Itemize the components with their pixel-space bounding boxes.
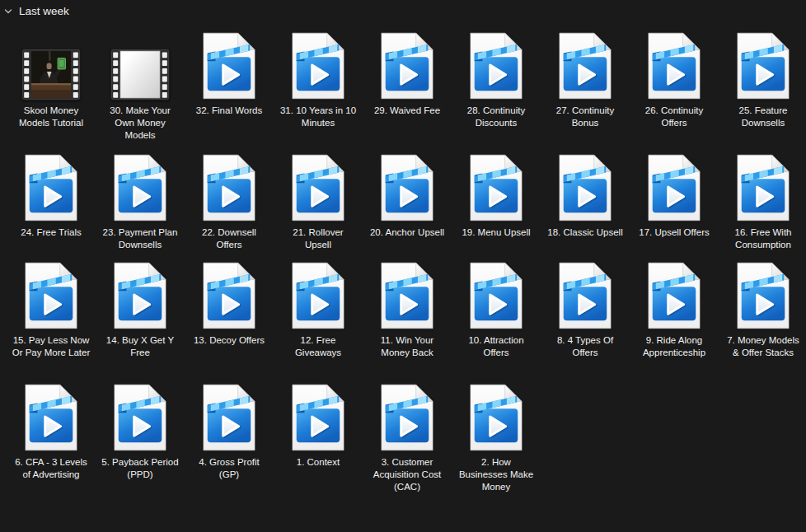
video-file-icon	[378, 383, 436, 452]
file-item[interactable]: 20. Anchor Upsell	[363, 153, 452, 251]
filmstrip-thumbnail-photo	[21, 49, 81, 100]
file-grid: Skool Money Models Tutorial	[0, 0, 806, 532]
file-icon-area	[111, 383, 169, 452]
video-file-icon	[467, 153, 525, 222]
file-label: 32. Final Words	[190, 105, 269, 117]
file-item[interactable]: 18. Classic Upsell	[541, 153, 630, 251]
file-item[interactable]: 22. Downsell Offers	[185, 153, 274, 251]
file-label: 26. Continuity Offers	[635, 105, 714, 129]
file-icon-area	[467, 31, 525, 100]
video-file-icon	[200, 383, 258, 452]
file-label: 23. Payment Plan Downsells	[101, 226, 180, 251]
file-label: 24. Free Trials	[12, 226, 91, 239]
file-item[interactable]: 29. Waived Fee	[363, 31, 452, 142]
file-icon-area	[22, 383, 80, 452]
video-file-icon	[734, 31, 792, 100]
file-item[interactable]: 23. Payment Plan Downsells	[96, 153, 185, 251]
file-label: 9. Ride Along Apprenticeship	[635, 334, 714, 359]
file-label: 1. Context	[279, 456, 358, 469]
file-label: 11. Win Your Money Back	[368, 334, 447, 359]
video-file-icon	[111, 261, 169, 330]
video-file-icon	[111, 153, 169, 222]
file-label: 16. Free With Consumption	[724, 226, 803, 251]
file-item[interactable]: 9. Ride Along Apprenticeship	[630, 261, 719, 359]
file-row: 15. Pay Less Now Or Pay More Later 14. B	[7, 261, 806, 359]
file-icon-area	[556, 31, 614, 100]
file-label: 19. Menu Upsell	[457, 226, 536, 239]
file-item[interactable]: 28. Continuity Discounts	[452, 31, 541, 142]
file-label: 18. Classic Upsell	[546, 226, 625, 239]
video-file-icon	[378, 261, 436, 330]
file-icon-area	[467, 383, 525, 452]
file-item[interactable]: 27. Continuity Bonus	[541, 31, 630, 142]
file-label: 17. Upsell Offers	[635, 226, 714, 239]
file-item[interactable]: 3. Customer Acquisition Cost (CAC)	[363, 383, 452, 493]
file-item[interactable]: 1. Context	[274, 383, 363, 493]
file-icon-area	[289, 383, 347, 452]
file-icon-area	[110, 31, 170, 100]
file-item[interactable]: 11. Win Your Money Back	[363, 261, 452, 359]
file-label: 22. Downsell Offers	[190, 226, 269, 251]
file-label: 14. Buy X Get Y Free	[101, 334, 180, 359]
file-icon-area	[289, 261, 347, 330]
file-label: 6. CFA - 3 Levels of Advertising	[12, 456, 91, 481]
file-label: 7. Money Models & Offer Stacks	[724, 334, 803, 359]
file-item[interactable]: 16. Free With Consumption	[719, 153, 806, 251]
video-file-icon	[289, 261, 347, 330]
file-item[interactable]: 4. Gross Profit (GP)	[185, 383, 274, 493]
file-icon-area	[21, 31, 81, 100]
file-label: 12. Free Giveaways	[279, 334, 358, 359]
file-label: 20. Anchor Upsell	[368, 226, 447, 239]
file-item[interactable]: 10. Attraction Offers	[452, 261, 541, 359]
file-icon-area	[289, 153, 347, 222]
file-item[interactable]: 26. Continuity Offers	[630, 31, 719, 142]
file-icon-area	[378, 383, 436, 452]
file-icon-area	[734, 31, 792, 100]
file-icon-area	[22, 153, 80, 222]
file-item[interactable]: 13. Decoy Offers	[185, 261, 274, 359]
file-icon-area	[200, 31, 258, 100]
video-file-icon	[378, 31, 436, 100]
file-item[interactable]: 19. Menu Upsell	[452, 153, 541, 251]
file-label: 4. Gross Profit (GP)	[190, 456, 269, 481]
video-file-icon	[22, 261, 80, 330]
file-item[interactable]: 15. Pay Less Now Or Pay More Later	[7, 261, 96, 359]
file-label: 5. Payback Period (PPD)	[101, 456, 180, 481]
file-item[interactable]: 25. Feature Downsells	[719, 31, 806, 142]
video-file-icon	[22, 153, 80, 222]
file-row: 24. Free Trials 23. Payment Plan Downsel	[7, 153, 806, 251]
file-icon-area	[378, 153, 436, 222]
file-label: Skool Money Models Tutorial	[12, 105, 91, 129]
file-item[interactable]: 5. Payback Period (PPD)	[96, 383, 185, 493]
file-label: 28. Continuity Discounts	[457, 105, 536, 129]
file-label: 31. 10 Years in 10 Minutes	[279, 105, 358, 129]
file-label: 2. How Businesses Make Money	[457, 456, 536, 493]
file-item[interactable]: 17. Upsell Offers	[630, 153, 719, 251]
file-item[interactable]: 30. Make Your Own Money Models	[96, 31, 185, 142]
file-item[interactable]: 2. How Businesses Make Money	[452, 383, 541, 493]
video-file-icon	[467, 31, 525, 100]
file-label: 29. Waived Fee	[368, 105, 447, 117]
file-item[interactable]: 32. Final Words	[185, 31, 274, 142]
video-file-icon	[734, 261, 792, 330]
file-item[interactable]: 6. CFA - 3 Levels of Advertising	[7, 383, 96, 493]
file-icon-area	[378, 31, 436, 100]
video-file-icon	[556, 153, 614, 222]
video-file-icon	[645, 261, 703, 330]
file-icon-area	[645, 261, 703, 330]
video-file-icon	[467, 261, 525, 330]
video-file-icon	[467, 383, 525, 452]
file-item[interactable]: 14. Buy X Get Y Free	[96, 261, 185, 359]
file-item[interactable]: 7. Money Models & Offer Stacks	[719, 261, 806, 359]
file-icon-area	[645, 153, 703, 222]
file-label: 30. Make Your Own Money Models	[101, 105, 180, 142]
file-item[interactable]: 31. 10 Years in 10 Minutes	[274, 31, 363, 142]
file-item[interactable]: 12. Free Giveaways	[274, 261, 363, 359]
file-icon-area	[378, 261, 436, 330]
file-item[interactable]: 24. Free Trials	[7, 153, 96, 251]
video-file-icon	[200, 153, 258, 222]
file-item[interactable]: 21. Rollover Upsell	[274, 153, 363, 251]
file-item[interactable]: 8. 4 Types Of Offers	[541, 261, 630, 359]
file-icon-area	[556, 261, 614, 330]
file-item[interactable]: Skool Money Models Tutorial	[7, 31, 96, 142]
